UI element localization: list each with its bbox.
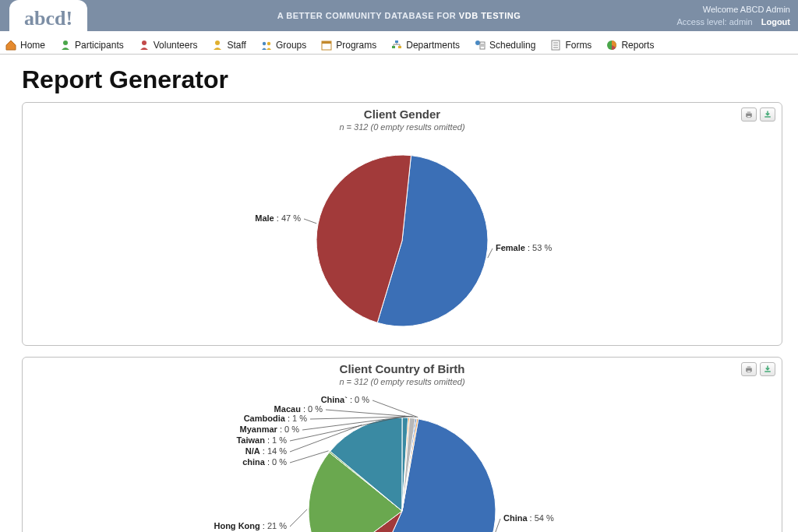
nav-reports[interactable]: Reports <box>606 39 654 51</box>
nav-label: Groups <box>276 40 306 51</box>
home-icon <box>5 39 17 51</box>
welcome-text: Welcome ABCD Admin <box>676 3 790 16</box>
nav-programs[interactable]: Programs <box>320 39 376 51</box>
schedule-icon <box>474 39 486 51</box>
logo[interactable]: abcd! <box>9 0 87 37</box>
svg-rect-6 <box>322 41 331 44</box>
chart-card-country: Client Country of Birth n = 312 (0 empty… <box>22 357 782 532</box>
svg-point-10 <box>475 41 480 45</box>
org-icon <box>390 39 403 51</box>
nav-groups[interactable]: Groups <box>260 39 306 51</box>
access-label: Access level: <box>676 17 726 26</box>
main-nav: HomeParticipantsVolunteersStaffGroupsPro… <box>0 31 798 55</box>
chart-title: Client Country of Birth <box>30 362 774 375</box>
print-button[interactable] <box>741 362 757 376</box>
tagline-strong: VDB TESTING <box>459 11 521 20</box>
nav-label: Scheduling <box>489 40 535 51</box>
nav-home[interactable]: Home <box>5 39 45 51</box>
svg-rect-26 <box>764 371 771 372</box>
svg-point-0 <box>63 41 68 45</box>
pie-icon <box>606 39 618 51</box>
nav-label: Reports <box>621 40 654 51</box>
form-icon <box>549 39 562 51</box>
chart-gender: Female : 53 %Male : 47 % <box>30 132 774 334</box>
chart-title: Client Gender <box>30 107 774 121</box>
nav-participants[interactable]: Participants <box>59 39 124 51</box>
nav-label: Home <box>20 40 45 51</box>
nav-label: Participants <box>75 40 124 51</box>
calendar-icon <box>320 39 333 51</box>
svg-rect-9 <box>398 46 401 48</box>
person-red-icon <box>138 39 150 51</box>
svg-rect-21 <box>747 116 751 118</box>
download-button[interactable] <box>760 107 775 122</box>
top-bar: abcd! A BETTER COMMUNITY DATABASE FOR VD… <box>0 0 798 31</box>
svg-rect-25 <box>747 371 751 372</box>
nav-scheduling[interactable]: Scheduling <box>474 39 535 51</box>
svg-point-3 <box>263 41 266 44</box>
nav-label: Programs <box>336 40 376 51</box>
logout-link[interactable]: Logout <box>761 17 790 26</box>
print-button[interactable] <box>741 107 757 122</box>
svg-point-2 <box>215 41 220 45</box>
svg-rect-22 <box>764 116 771 118</box>
logo-text: abcd! <box>24 7 72 30</box>
person-yellow-icon <box>211 39 224 51</box>
nav-forms[interactable]: Forms <box>549 39 591 51</box>
svg-rect-20 <box>747 111 751 113</box>
svg-rect-7 <box>395 41 398 43</box>
user-box: Welcome ABCD Admin Access level: admin L… <box>676 3 790 28</box>
tagline: A BETTER COMMUNITY DATABASE FOR VDB TEST… <box>277 11 521 20</box>
card-tools <box>741 362 775 376</box>
chart-subtitle: n = 312 (0 empty results omitted) <box>30 377 774 386</box>
svg-point-1 <box>142 41 147 45</box>
access-value: admin <box>729 17 753 26</box>
nav-label: Departments <box>406 40 460 51</box>
svg-rect-24 <box>747 366 751 368</box>
nav-label: Forms <box>565 40 591 51</box>
page-title: Report Generator <box>22 65 782 94</box>
card-tools <box>741 107 775 122</box>
tagline-prefix: A BETTER COMMUNITY DATABASE FOR <box>277 11 459 20</box>
svg-rect-8 <box>392 46 395 48</box>
chart-card-gender: Client Gender n = 312 (0 empty results o… <box>22 102 782 346</box>
person-green-icon <box>59 39 72 51</box>
page-body: Report Generator Client Gender n = 312 (… <box>0 55 798 532</box>
nav-departments[interactable]: Departments <box>390 39 460 51</box>
people-icon <box>260 39 273 51</box>
nav-staff[interactable]: Staff <box>211 39 245 51</box>
chart-country: China : 54 %Hong Kong : 21 %china : 0 %N… <box>30 386 774 532</box>
svg-point-4 <box>267 41 270 44</box>
nav-label: Staff <box>227 40 245 51</box>
chart-subtitle: n = 312 (0 empty results omitted) <box>30 122 774 132</box>
nav-label: Volunteers <box>154 40 198 51</box>
download-button[interactable] <box>760 362 775 376</box>
nav-volunteers[interactable]: Volunteers <box>138 39 198 51</box>
